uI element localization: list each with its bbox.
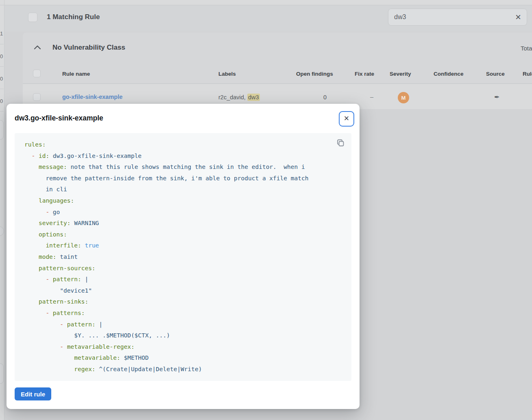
fix-rate-value: – bbox=[370, 94, 373, 100]
sidebar-divider bbox=[0, 44, 4, 44]
sidebar-count: 0 bbox=[0, 98, 4, 104]
rule-detail-modal: dw3.go-xfile-sink-example × rules: - id:… bbox=[7, 104, 360, 409]
code-line: - pattern: | bbox=[24, 274, 342, 285]
rule-code-block: rules: - id: dw3.go-xfile-sink-example m… bbox=[15, 133, 351, 381]
label-text: r2c_david, bbox=[218, 94, 247, 101]
clear-search-icon[interactable]: × bbox=[515, 13, 521, 21]
code-line: message: note that this rule shows match… bbox=[24, 162, 342, 173]
code-line: mode: taint bbox=[24, 252, 342, 263]
select-all-checkbox[interactable] bbox=[28, 13, 37, 22]
code-line: in cli bbox=[24, 184, 342, 195]
code-line: - patterns: bbox=[24, 308, 342, 319]
code-line: $Y. ... .$METHOD($CTX, ...) bbox=[24, 330, 342, 341]
row-checkbox[interactable] bbox=[33, 93, 41, 101]
sidebar-strip bbox=[0, 0, 4, 420]
code-line: - pattern: | bbox=[24, 319, 342, 330]
severity-badge: M bbox=[398, 92, 409, 103]
copy-icon bbox=[336, 139, 345, 148]
code-line: languages: bbox=[24, 195, 342, 207]
code-line: metavariable: $METHOD bbox=[24, 352, 342, 364]
column-header-rule-name[interactable]: Rule name bbox=[62, 71, 90, 77]
edit-rule-button[interactable]: Edit rule bbox=[15, 387, 51, 400]
sidebar-count: 0 bbox=[0, 54, 4, 59]
open-findings-value: 0 bbox=[323, 94, 327, 101]
column-header-fix-rate[interactable]: Fix rate bbox=[355, 71, 374, 77]
sidebar-partial-box[interactable] bbox=[0, 363, 4, 384]
select-group-checkbox[interactable] bbox=[33, 70, 41, 77]
code-content: rules: - id: dw3.go-xfile-sink-example m… bbox=[24, 139, 342, 375]
sidebar-border bbox=[4, 0, 4, 420]
sidebar-divider bbox=[0, 89, 4, 89]
sidebar-count: 1 bbox=[0, 31, 4, 37]
code-line: severity: WARNING bbox=[24, 218, 342, 229]
rule-name-link[interactable]: go-xfile-sink-example bbox=[62, 94, 122, 100]
page-title: 1 Matching Rule bbox=[47, 13, 100, 21]
copy-button[interactable] bbox=[336, 139, 345, 148]
sidebar-partial-box[interactable] bbox=[0, 120, 4, 140]
code-line: - metavariable-regex: bbox=[24, 341, 342, 353]
code-line: options: bbox=[24, 229, 342, 241]
label-highlighted: dw3 bbox=[247, 94, 260, 101]
code-line: rules: bbox=[24, 139, 342, 151]
code-line: - id: dw3.go-xfile-sink-example bbox=[24, 151, 342, 162]
code-line: interfile: true bbox=[24, 240, 342, 252]
top-strip bbox=[4, 0, 532, 5]
column-header-source[interactable]: Source bbox=[486, 71, 505, 77]
code-line: remove the pattern-inside from the sink,… bbox=[24, 173, 342, 184]
sidebar-divider bbox=[0, 111, 4, 112]
column-header-confidence[interactable]: Confidence bbox=[434, 71, 464, 77]
modal-title: dw3.go-xfile-sink-example bbox=[15, 114, 103, 122]
sidebar-count: 0 bbox=[0, 76, 4, 82]
collapse-group-button[interactable] bbox=[34, 45, 41, 50]
search-input[interactable]: dw3 × bbox=[388, 9, 527, 26]
pen-icon: ✒ bbox=[494, 93, 499, 101]
total-label: Total bbox=[521, 45, 532, 52]
code-line: "device1" bbox=[24, 285, 342, 297]
group-title: No Vulnerability Class bbox=[52, 44, 125, 52]
close-icon: × bbox=[344, 114, 349, 123]
code-line: - go bbox=[24, 207, 342, 218]
close-button[interactable]: × bbox=[339, 111, 354, 127]
column-header-rule[interactable]: Rule bbox=[523, 71, 532, 77]
column-header-labels[interactable]: Labels bbox=[218, 71, 236, 77]
search-value: dw3 bbox=[394, 13, 515, 21]
code-line: pattern-sources: bbox=[24, 263, 342, 274]
labels-cell: r2c_david, dw3 bbox=[218, 94, 260, 101]
chevron-up-icon bbox=[34, 45, 41, 50]
column-header-open-findings[interactable]: Open findings bbox=[296, 71, 333, 77]
column-header-severity[interactable]: Severity bbox=[390, 71, 411, 77]
code-line: pattern-sinks: bbox=[24, 296, 342, 308]
sidebar-divider bbox=[0, 66, 4, 67]
code-line: regex: ^(Create|Update|Delete|Write) bbox=[24, 364, 342, 375]
